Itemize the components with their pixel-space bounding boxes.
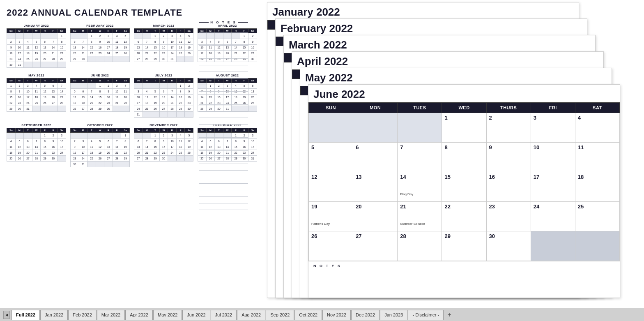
- june-cell: 27: [353, 231, 398, 261]
- notes-line: [199, 105, 248, 111]
- june-cell: 26: [309, 231, 353, 261]
- mini-month-0: JANUARY 2022SuMTWRFSa1234567891011121314…: [7, 24, 66, 68]
- june-cell: 1: [442, 113, 486, 143]
- mini-month-title-2: MARCH 2022: [134, 24, 193, 28]
- mini-month-9: OCTOBER 2022SuMTWRFSa1234567891011121314…: [70, 123, 130, 167]
- tab-jul-2022[interactable]: Jul 2022: [211, 310, 237, 320]
- june-cell: 24: [531, 202, 575, 231]
- mini-month-title-10: NOVEMBER 2022: [134, 123, 193, 127]
- notes-line: [199, 72, 248, 79]
- notes-line: [199, 39, 248, 46]
- june-cell: 11: [575, 143, 619, 172]
- mini-month-title-8: SEPTEMBER 2022: [7, 123, 66, 127]
- notes-line: [199, 92, 248, 98]
- june-cell: [531, 231, 575, 261]
- tab-mar-2022[interactable]: Mar 2022: [97, 310, 125, 320]
- mini-month-2: MARCH 2022SuMTWRFSa123456789101112131415…: [134, 24, 193, 68]
- june-cell: 15: [442, 172, 486, 202]
- sheet-jun: June 2022 SUNMONTUESWEDTHURSFRISAT 12345…: [308, 84, 620, 298]
- sheet-jun-title: June 2022: [313, 88, 615, 101]
- june-cell: 21Summer Solstice: [398, 202, 442, 231]
- mini-cal-table-4: SuMTWRFSa1234567891011121314151617181920…: [7, 78, 66, 112]
- notes-line: [199, 138, 248, 144]
- june-cell: 16: [486, 172, 531, 202]
- notes-line: [199, 157, 248, 164]
- notes-line: [199, 118, 248, 125]
- notes-line: [199, 151, 248, 157]
- notes-line: [199, 32, 248, 39]
- june-cell: 14Flag Day: [398, 172, 442, 202]
- mini-month-6: JULY 2022SuMTWRFSa1234567891011121314151…: [134, 74, 193, 118]
- tab-feb-2022[interactable]: Feb 2022: [68, 310, 96, 320]
- mini-cal-table-2: SuMTWRFSa1234567891011121314151617181920…: [134, 28, 193, 62]
- sheet-mar-title: March 2022: [289, 39, 590, 51]
- june-cell: 20: [353, 202, 398, 231]
- tab-bar: ◀ Full 2022Jan 2022Feb 2022Mar 2022Apr 2…: [0, 308, 644, 321]
- mini-cal-table-1: SuMTWRFSa1234567891011121314151617181920…: [70, 28, 130, 62]
- sheet-feb-header: February 2022: [276, 19, 587, 37]
- notes-line: [199, 203, 248, 210]
- notes-line: [199, 144, 248, 151]
- june-cell: 30: [486, 231, 531, 261]
- left-panel: 2022 ANNUAL CALENDAR TEMPLATE JANUARY 20…: [0, 0, 255, 308]
- sheet-mar-header: March 2022: [284, 35, 595, 53]
- june-cell: 3: [531, 113, 575, 143]
- june-cell: 28: [398, 231, 442, 261]
- sheet-feb-title: February 2022: [281, 22, 582, 35]
- notes-line: [199, 98, 248, 105]
- notes-line: [199, 197, 248, 203]
- sheet-jun-notes: N O T E S: [308, 261, 620, 270]
- mini-cal-table-5: SuMTWRFSa1234567891011121314151617181920…: [70, 78, 130, 112]
- mini-month-10: NOVEMBER 2022SuMTWRFSa123456789101112131…: [134, 123, 193, 167]
- june-calendar: SUNMONTUESWEDTHURSFRISAT 123456789101112…: [308, 102, 620, 261]
- june-cell: 2: [486, 113, 531, 143]
- tab-jan-2023[interactable]: Jan 2023: [380, 310, 407, 320]
- tab---disclaimer--[interactable]: - Disclaimer -: [408, 310, 444, 320]
- mini-month-title-0: JANUARY 2022: [7, 24, 66, 28]
- notes-line: [199, 184, 248, 190]
- notes-section: N O T E S: [199, 21, 248, 210]
- sheet-jun-header: June 2022: [308, 85, 620, 102]
- june-cell: 6: [353, 143, 398, 172]
- mini-month-title-5: JUNE 2022: [70, 74, 130, 77]
- june-cell: 4: [575, 113, 619, 143]
- notes-line: [199, 26, 248, 32]
- june-cell: 13: [353, 172, 398, 202]
- tab-add-btn[interactable]: +: [445, 310, 454, 319]
- mini-month-8: SEPTEMBER 2022SuMTWRFSa12345678910111213…: [7, 123, 66, 167]
- june-cell: [575, 231, 619, 261]
- notes-line: [199, 111, 248, 118]
- event-label: Father's Day: [311, 222, 350, 226]
- notes-line: [199, 46, 248, 52]
- event-label: Flag Day: [400, 192, 439, 196]
- tab-full-2022[interactable]: Full 2022: [12, 310, 40, 320]
- tab-oct-2022[interactable]: Oct 2022: [294, 310, 322, 320]
- june-cell: [398, 113, 442, 143]
- tab-dec-2022[interactable]: Dec 2022: [351, 310, 380, 320]
- main-area: 2022 ANNUAL CALENDAR TEMPLATE JANUARY 20…: [0, 0, 644, 308]
- notes-line: [199, 131, 248, 138]
- june-cell: 19Father's Day: [309, 202, 353, 231]
- notes-line: [199, 171, 248, 177]
- tab-nov-2022[interactable]: Nov 2022: [322, 310, 351, 320]
- june-cell: 5: [309, 143, 353, 172]
- sheet-jan-header: January 2022: [267, 2, 579, 20]
- event-label: Summer Solstice: [400, 222, 439, 226]
- tab-jan-2022[interactable]: Jan 2022: [40, 310, 68, 320]
- june-cell: 18: [575, 172, 619, 202]
- june-cell: [309, 113, 353, 143]
- tab-sep-2022[interactable]: Sep 2022: [266, 310, 294, 320]
- tab-apr-2022[interactable]: Apr 2022: [125, 310, 153, 320]
- mini-month-1: FEBRUARY 2022SuMTWRFSa123456789101112131…: [70, 24, 130, 68]
- june-cell: 9: [486, 143, 531, 172]
- tab-jun-2022[interactable]: Jun 2022: [182, 310, 210, 320]
- tab-may-2022[interactable]: May 2022: [153, 310, 182, 320]
- sheet-may-title: May 2022: [305, 72, 607, 84]
- sheet-may-header: May 2022: [300, 68, 612, 86]
- notes-line: [199, 125, 248, 131]
- tab-aug-2022[interactable]: Aug 2022: [237, 310, 265, 320]
- mini-cal-table-0: SuMTWRFSa1234567891011121314151617181920…: [7, 28, 66, 68]
- notes-line: [199, 65, 248, 72]
- sheet-jan-title: January 2022: [272, 6, 574, 18]
- tab-prev-btn[interactable]: ◀: [3, 311, 10, 319]
